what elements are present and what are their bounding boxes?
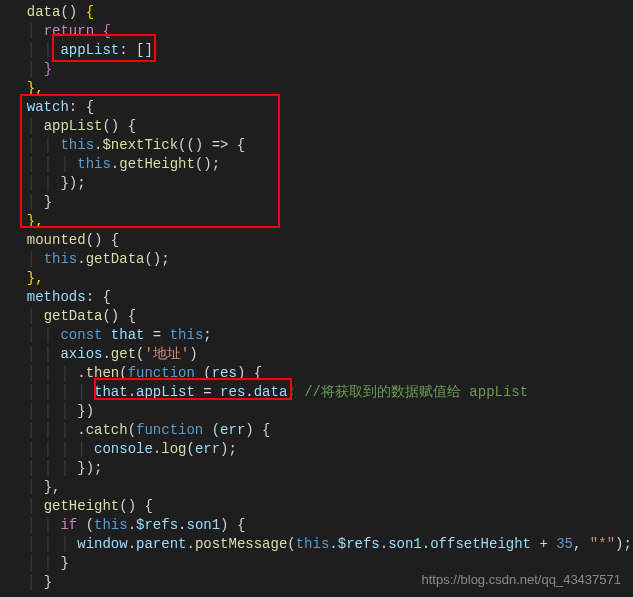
code-line: │ │ │ │ that.appList = res.data; //将获取到的… (10, 383, 633, 402)
code-line: │ }, (10, 478, 633, 497)
code-line: │ │ if (this.$refs.son1) { (10, 516, 633, 535)
token: appList (60, 42, 119, 58)
code-line: │ } (10, 193, 633, 212)
token: . (245, 384, 253, 400)
token: . (77, 251, 85, 267)
token: } (44, 61, 52, 77)
token: }, (27, 80, 44, 96)
token: () { (102, 308, 136, 324)
code-editor: data() { │ return { │ │ appList: [] │ } … (0, 0, 633, 592)
token: ); (615, 536, 632, 552)
token: this (44, 251, 78, 267)
token: . (329, 536, 337, 552)
token: ; (287, 384, 295, 400)
token: ( (203, 422, 220, 438)
token: data (27, 4, 61, 20)
token: function (136, 422, 203, 438)
code-line: │ │ }); (10, 174, 633, 193)
token: then (86, 365, 120, 381)
token: () { (86, 232, 120, 248)
code-line: │ │ axios.get('地址') (10, 345, 633, 364)
token: . (128, 517, 136, 533)
token: : { (86, 289, 111, 305)
token: appList (44, 118, 103, 134)
token: . (102, 346, 110, 362)
code-line: │ return { (10, 22, 633, 41)
token: this (60, 137, 94, 153)
token: ) { (220, 517, 245, 533)
token: this (94, 517, 128, 533)
token: '地址' (144, 346, 189, 362)
token: getData (86, 251, 145, 267)
token: $nextTick (102, 137, 178, 153)
token: getHeight (119, 156, 195, 172)
code-line: │ getData() { (10, 307, 633, 326)
code-line: │ │ │ .then(function (res) { (10, 364, 633, 383)
code-line: methods: { (10, 288, 633, 307)
token: if (60, 517, 77, 533)
code-line: │ │ this.$nextTick(() => { (10, 136, 633, 155)
token: + (531, 536, 556, 552)
token: { (86, 4, 94, 20)
token: . (111, 156, 119, 172)
code-line: }, (10, 79, 633, 98)
token: log (161, 441, 186, 457)
token: $refs (136, 517, 178, 533)
token: () { (119, 498, 153, 514)
token: . (422, 536, 430, 552)
code-line: data() { (10, 3, 633, 22)
token: that (111, 327, 145, 343)
token: getData (44, 308, 103, 324)
token: postMessage (195, 536, 287, 552)
token: (() => { (178, 137, 245, 153)
code-line: mounted() { (10, 231, 633, 250)
token: = (195, 384, 220, 400)
token: 35 (556, 536, 573, 552)
token: : { (69, 99, 94, 115)
token: console (94, 441, 153, 457)
token: "*" (590, 536, 615, 552)
code-line: │ │ │ │ console.log(err); (10, 440, 633, 459)
code-line: │ │ │ window.parent.postMessage(this.$re… (10, 535, 633, 554)
code-line: }, (10, 212, 633, 231)
token: }, (44, 479, 61, 495)
token: return (44, 23, 94, 39)
token: } (44, 194, 52, 210)
code-line: │ │ │ .catch(function (err) { (10, 421, 633, 440)
token: mounted (27, 232, 86, 248)
comment: //将获取到的数据赋值给 appList (304, 384, 528, 400)
token: }); (77, 460, 102, 476)
token: that (94, 384, 128, 400)
token: ); (220, 441, 237, 457)
token: ) (189, 346, 197, 362)
token: () (60, 4, 85, 20)
code-line: │ │ const that = this; (10, 326, 633, 345)
code-line: │ │ │ }); (10, 459, 633, 478)
token: }); (60, 175, 85, 191)
token: ( (287, 536, 295, 552)
token: . (77, 422, 85, 438)
token: res (212, 365, 237, 381)
code-line: │ │ appList: [] (10, 41, 633, 60)
token: axios (60, 346, 102, 362)
token: = (144, 327, 169, 343)
token: this (77, 156, 111, 172)
code-line: watch: { (10, 98, 633, 117)
token: data (254, 384, 288, 400)
token: . (128, 384, 136, 400)
token: , (573, 536, 590, 552)
token: window (77, 536, 127, 552)
token: getHeight (44, 498, 120, 514)
token: : [] (119, 42, 153, 58)
code-line: │ this.getData(); (10, 250, 633, 269)
token: $refs (338, 536, 380, 552)
token: res (220, 384, 245, 400)
token: }, (27, 213, 44, 229)
token: }) (77, 403, 94, 419)
token: ; (203, 327, 211, 343)
token: parent (136, 536, 186, 552)
token: }, (27, 270, 44, 286)
code-line: │ │ │ }) (10, 402, 633, 421)
token: ) { (237, 365, 262, 381)
token: . (128, 536, 136, 552)
